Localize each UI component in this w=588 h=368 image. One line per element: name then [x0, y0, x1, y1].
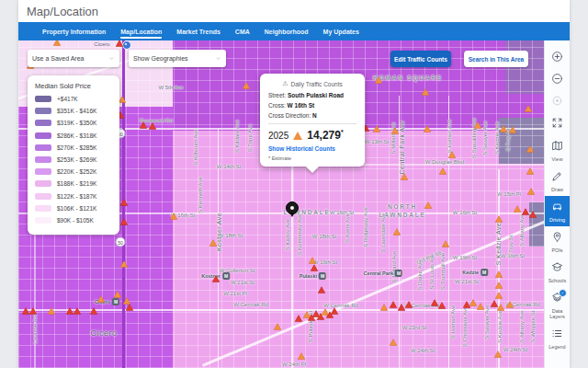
legend-label: $122K - $187K: [57, 193, 96, 200]
street-label: W 21st St: [455, 279, 479, 284]
tab-cma[interactable]: CMA: [235, 22, 250, 40]
traffic-marker[interactable]: [114, 292, 121, 298]
traffic-marker[interactable]: [448, 152, 456, 158]
traffic-marker[interactable]: [295, 316, 302, 322]
traffic-marker[interactable]: [390, 339, 397, 346]
traffic-marker[interactable]: [390, 302, 397, 308]
saved-area-dropdown[interactable]: Use a Saved Area: [28, 50, 119, 67]
traffic-marker[interactable]: [509, 127, 516, 133]
selected-location-pin[interactable]: [286, 201, 299, 217]
traffic-marker[interactable]: [500, 126, 507, 132]
sidebar-item-fit-extent[interactable]: [545, 113, 570, 135]
metro-station-pulaski[interactable]: PulaskiM: [300, 272, 326, 280]
traffic-marker[interactable]: [311, 265, 318, 271]
sidebar-item-draw[interactable]: Draw: [545, 166, 570, 196]
traffic-marker[interactable]: [497, 305, 504, 311]
traffic-marker[interactable]: [120, 261, 128, 268]
traffic-marker[interactable]: [170, 213, 177, 220]
sidebar-item-schools[interactable]: Schools: [545, 257, 570, 287]
traffic-marker[interactable]: [438, 303, 446, 309]
search-in-this-area-button[interactable]: Search in This Area: [464, 51, 528, 67]
edit-traffic-counts-button[interactable]: Edit Traffic Counts: [390, 51, 451, 67]
tab-market-trends[interactable]: Market Trends: [176, 22, 220, 40]
traffic-marker[interactable]: [375, 77, 382, 84]
traffic-marker[interactable]: [119, 97, 126, 103]
traffic-marker[interactable]: [29, 308, 37, 315]
tab-map-location[interactable]: Map/Location: [120, 22, 162, 40]
sidebar-item-legend[interactable]: Legend: [545, 323, 570, 353]
traffic-marker[interactable]: [525, 106, 532, 112]
traffic-marker[interactable]: [506, 302, 514, 308]
sidebar-item-driving[interactable]: Driving: [545, 196, 570, 226]
traffic-marker[interactable]: [209, 240, 217, 247]
traffic-marker[interactable]: [97, 296, 105, 303]
geographies-dropdown[interactable]: Show Geographies: [129, 50, 226, 67]
traffic-marker[interactable]: [212, 276, 220, 282]
show-historical-counts-link[interactable]: Show Historical Counts: [268, 145, 356, 152]
traffic-marker[interactable]: [424, 202, 432, 209]
traffic-marker[interactable]: [401, 174, 408, 180]
legend-item: $319K - $350K: [35, 120, 112, 126]
sidebar-item-locate[interactable]: [545, 91, 570, 113]
traffic-marker[interactable]: [495, 271, 503, 278]
traffic-marker[interactable]: [495, 293, 503, 299]
traffic-marker[interactable]: [424, 126, 431, 132]
traffic-marker[interactable]: [526, 168, 534, 175]
traffic-marker[interactable]: [243, 83, 250, 89]
traffic-marker[interactable]: [391, 128, 399, 134]
traffic-marker[interactable]: [431, 300, 438, 306]
traffic-marker[interactable]: [522, 209, 529, 215]
cross-label: Cross:: [268, 102, 286, 109]
traffic-marker[interactable]: [495, 216, 503, 223]
sidebar-item-view[interactable]: View: [545, 135, 570, 166]
traffic-marker[interactable]: [123, 298, 130, 305]
traffic-marker[interactable]: [53, 40, 61, 46]
traffic-marker[interactable]: [274, 324, 281, 330]
traffic-marker[interactable]: [393, 229, 401, 236]
traffic-marker[interactable]: [380, 305, 388, 311]
traffic-marker[interactable]: [66, 308, 74, 315]
popup-divider: [268, 123, 356, 124]
traffic-marker[interactable]: [494, 351, 502, 358]
traffic-marker[interactable]: [149, 123, 156, 130]
traffic-marker[interactable]: [120, 200, 128, 206]
traffic-marker[interactable]: [74, 308, 81, 315]
sidebar-item-zoom-out[interactable]: [545, 69, 570, 91]
traffic-marker[interactable]: [48, 308, 55, 315]
traffic-marker[interactable]: [120, 219, 128, 225]
traffic-marker[interactable]: [477, 304, 484, 310]
traffic-marker[interactable]: [116, 40, 123, 47]
traffic-marker[interactable]: [126, 305, 133, 311]
traffic-marker[interactable]: [422, 89, 429, 96]
sidebar-item-data-layers[interactable]: Data Layers✓: [545, 287, 570, 323]
traffic-marker[interactable]: [514, 206, 521, 213]
traffic-marker[interactable]: [140, 122, 147, 129]
map-canvas[interactable]: HOMAN SQUARENORTHLAWNDALELAWNDALECiceroC…: [18, 40, 544, 368]
traffic-marker[interactable]: [439, 168, 447, 175]
tab-property-information[interactable]: Property Information: [42, 22, 106, 40]
traffic-marker[interactable]: [309, 258, 316, 264]
traffic-marker[interactable]: [318, 287, 325, 293]
sidebar-item-pois[interactable]: POIs: [545, 226, 570, 257]
metro-station-kedzie[interactable]: KedzieM: [462, 269, 488, 276]
traffic-marker[interactable]: [527, 189, 535, 195]
street-label: S Tripp Ave: [247, 124, 253, 153]
traffic-marker[interactable]: [405, 302, 413, 308]
traffic-marker[interactable]: [331, 308, 338, 315]
direction-value: N: [312, 112, 317, 119]
traffic-marker[interactable]: [469, 300, 477, 306]
traffic-marker[interactable]: [298, 353, 305, 360]
metro-station-central-park[interactable]: Central ParkM: [364, 270, 402, 277]
traffic-marker[interactable]: [526, 146, 534, 153]
traffic-marker[interactable]: [90, 308, 97, 315]
traffic-marker[interactable]: [22, 308, 29, 315]
traffic-marker[interactable]: [398, 305, 405, 311]
sidebar-item-zoom-in[interactable]: [545, 47, 570, 69]
traffic-marker[interactable]: [474, 122, 481, 129]
traffic-marker[interactable]: [373, 126, 380, 132]
traffic-marker[interactable]: [442, 241, 449, 247]
tab-my-updates[interactable]: My Updates: [323, 22, 359, 40]
traffic-marker[interactable]: [529, 212, 537, 218]
tab-neighborhood[interactable]: Neighborhood: [265, 22, 309, 40]
traffic-marker[interactable]: [495, 282, 503, 289]
